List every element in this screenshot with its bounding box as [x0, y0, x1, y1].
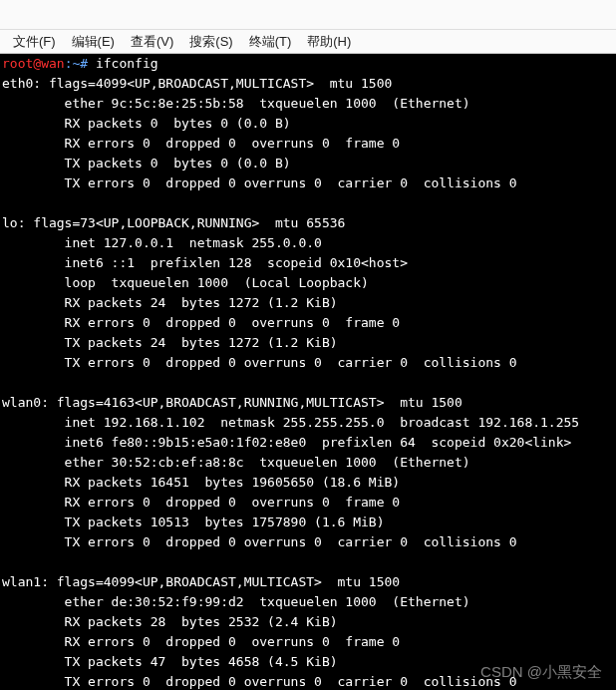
wlan0-line: TX packets 10513 bytes 1757890 (1.6 MiB) [2, 515, 385, 529]
wlan0-line: RX errors 0 dropped 0 overruns 0 frame 0 [2, 495, 400, 510]
wlan0-line: inet6 fe80::9b15:e5a0:1f02:e8e0 prefixle… [2, 435, 571, 450]
wlan1-line: TX packets 47 bytes 4658 (4.5 KiB) [2, 654, 338, 669]
lo-line: inet6 ::1 prefixlen 128 scopeid 0x10<hos… [2, 255, 408, 270]
eth0-line: TX errors 0 dropped 0 overruns 0 carrier… [2, 175, 517, 190]
menu-terminal[interactable]: 终端(T) [241, 31, 300, 53]
lo-line: TX packets 24 bytes 1272 (1.2 KiB) [2, 335, 338, 350]
menu-help[interactable]: 帮助(H) [299, 31, 359, 53]
wlan0-line: RX packets 16451 bytes 19605650 (18.6 Mi… [2, 475, 400, 490]
eth0-line: RX errors 0 dropped 0 overruns 0 frame 0 [2, 136, 400, 151]
wlan1-line: RX packets 28 bytes 2532 (2.4 KiB) [2, 614, 338, 629]
eth0-line: ether 9c:5c:8e:25:5b:58 txqueuelen 1000 … [2, 96, 470, 111]
menu-search[interactable]: 搜索(S) [181, 31, 240, 53]
wlan0-line: ether 30:52:cb:ef:a8:8c txqueuelen 1000 … [2, 455, 470, 470]
menu-view[interactable]: 查看(V) [123, 31, 181, 53]
lo-line: lo: flags=73<UP,LOOPBACK,RUNNING> mtu 65… [2, 215, 345, 230]
menu-file[interactable]: 文件(F) [5, 31, 64, 53]
wlan1-line: wlan1: flags=4099<UP,BROADCAST,MULTICAST… [2, 574, 400, 589]
menu-bar: 文件(F) 编辑(E) 查看(V) 搜索(S) 终端(T) 帮助(H) [0, 30, 616, 54]
wlan1-line: TX errors 0 dropped 0 overruns 0 carrier… [2, 674, 517, 689]
eth0-line: RX packets 0 bytes 0 (0.0 B) [2, 116, 291, 131]
wlan1-line: ether de:30:52:f9:99:d2 txqueuelen 1000 … [2, 594, 470, 609]
wlan1-line: RX errors 0 dropped 0 overruns 0 frame 0 [2, 634, 400, 649]
prompt-user: root@wan [2, 56, 65, 71]
prompt-path: :~# [65, 56, 96, 71]
wlan0-line: wlan0: flags=4163<UP,BROADCAST,RUNNING,M… [2, 395, 462, 410]
lo-line: loop txqueuelen 1000 (Local Loopback) [2, 275, 369, 290]
lo-line: inet 127.0.0.1 netmask 255.0.0.0 [2, 235, 322, 250]
eth0-line: eth0: flags=4099<UP,BROADCAST,MULTICAST>… [2, 76, 392, 91]
wlan0-line: inet 192.168.1.102 netmask 255.255.255.0… [2, 415, 579, 430]
terminal-output[interactable]: root@wan:~# ifconfig eth0: flags=4099<UP… [0, 54, 616, 690]
lo-line: TX errors 0 dropped 0 overruns 0 carrier… [2, 355, 517, 370]
lo-line: RX packets 24 bytes 1272 (1.2 KiB) [2, 295, 338, 310]
prompt-command: ifconfig [96, 56, 158, 71]
eth0-line: TX packets 0 bytes 0 (0.0 B) [2, 156, 291, 171]
wlan0-line: TX errors 0 dropped 0 overruns 0 carrier… [2, 534, 517, 549]
lo-line: RX errors 0 dropped 0 overruns 0 frame 0 [2, 315, 400, 330]
window-titlebar [0, 0, 616, 30]
menu-edit[interactable]: 编辑(E) [64, 31, 123, 53]
